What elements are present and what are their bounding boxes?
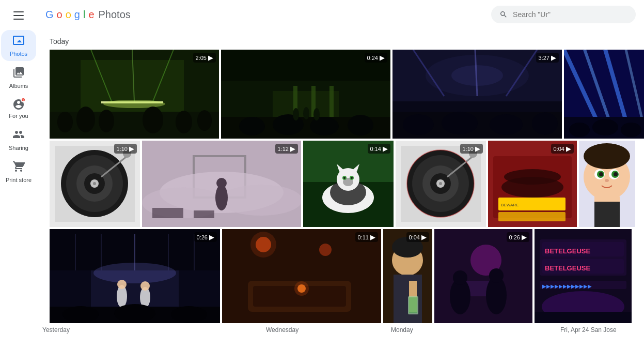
svg-point-82 [351,177,353,179]
duration-text: 0:04 [554,146,564,152]
video-duration-badge: 1:10 ▶ [460,144,483,154]
svg-point-110 [605,179,609,182]
svg-point-37 [403,114,434,135]
video-duration-badge: 0:24 ▶ [365,53,387,63]
search-input[interactable] [513,10,627,19]
svg-point-48 [569,123,590,137]
svg-point-90 [439,182,442,185]
svg-rect-70 [194,210,214,218]
svg-point-22 [273,114,304,135]
photo-item[interactable]: 0:11 ▶ [222,229,381,323]
svg-text:BETELGEUSE: BETELGEUSE [545,247,590,255]
svg-point-38 [442,112,478,134]
svg-point-6 [76,107,95,132]
duration-text: 1:10 [117,146,128,152]
svg-point-133 [250,232,276,258]
play-icon: ▶ [475,145,480,153]
video-duration-badge: 0:14 ▶ [368,144,390,154]
play-icon: ▶ [380,54,385,62]
photo-content: Today 2:05 ▶ [37,29,644,363]
duration-text: 0:26 [509,234,520,240]
duration-text: 3:27 [539,55,549,61]
photo-item[interactable]: 1:10 ▶ [50,141,140,227]
svg-point-118 [117,280,127,289]
svg-point-81 [343,177,345,179]
svg-point-21 [239,117,265,135]
photo-item[interactable]: 3:27 ▶ [392,50,562,139]
header: Google Photos [37,0,644,29]
photo-row-1: 2:05 ▶ [50,50,632,139]
svg-point-153 [489,268,504,283]
svg-point-40 [532,112,558,135]
svg-point-10 [197,110,212,131]
video-duration-badge: 1:12 ▶ [275,144,298,154]
duration-text: 0:26 [197,234,208,240]
sidebar-item-sharing[interactable]: Sharing [1,124,36,155]
search-box[interactable] [491,6,636,23]
photo-item[interactable]: 2:05 ▶ [50,50,219,139]
svg-point-23 [310,117,339,135]
svg-point-66 [219,185,301,216]
photo-item[interactable]: 0:24 ▶ [221,50,390,139]
sidebar-item-print-store[interactable]: Print store [1,156,36,187]
duration-text: 0:04 [409,234,420,240]
svg-point-9 [176,111,192,133]
photo-item[interactable]: 0:26 ▶ [434,229,532,323]
svg-text:BETELGEUSE: BETELGEUSE [545,264,590,272]
svg-point-7 [99,110,114,132]
svg-rect-19 [329,86,334,122]
video-duration-badge: 0:26 ▶ [194,232,217,242]
logo-photos-text: Photos [99,9,131,21]
svg-point-109 [614,172,618,176]
svg-point-39 [490,114,523,135]
svg-point-129 [171,306,207,323]
svg-point-24 [348,115,373,135]
sidebar-item-photos[interactable]: Photos [1,30,36,61]
photo-item[interactable]: 0:14 ▶ [303,141,394,227]
svg-point-103 [584,143,630,169]
sidebar-photos-label: Photos [10,51,27,57]
hamburger-menu[interactable] [8,5,29,26]
album-icon [12,66,25,82]
svg-point-68 [216,178,227,188]
video-duration-badge: 0:04 ▶ [551,144,574,154]
photo-item[interactable] [564,50,644,139]
svg-point-120 [140,281,150,291]
play-icon: ▶ [566,145,571,153]
logo-g: G [45,9,54,21]
logo-o1: o [57,9,62,21]
video-duration-badge: 0:11 ▶ [355,232,378,242]
photo-item[interactable]: 0:04 ▶ [383,229,432,323]
photo-item[interactable]: 1:12 ▶ [142,141,301,227]
svg-point-8 [143,107,163,133]
svg-rect-100 [498,212,566,221]
date-label-fri-apr24: Fri, Apr 24 San Jose [560,326,617,334]
play-icon: ▶ [370,233,375,241]
photo-item[interactable]: 0:04 ▶ BEWARE [488,141,577,227]
photo-item[interactable]: 0:26 ▶ [50,229,220,323]
photo-item[interactable]: BETELGEUSE BETELGEUSE ▶▶▶▶▶▶▶▶▶▶▶▶ [535,229,632,323]
video-duration-badge: 1:10 ▶ [114,144,137,154]
today-section-title: Today [50,37,632,46]
svg-point-58 [93,182,96,185]
duration-text: 2:05 [196,55,207,61]
video-duration-badge: 3:27 ▶ [536,53,559,63]
sidebar-print-store-label: Print store [6,177,32,183]
play-icon: ▶ [208,54,213,62]
svg-point-49 [592,119,618,135]
duration-text: 1:10 [463,146,474,152]
video-duration-badge: 0:26 ▶ [507,232,529,242]
svg-rect-112 [594,196,620,202]
svg-rect-111 [594,198,620,227]
logo-l: l [83,9,85,21]
notification-dot: 1 [21,97,26,102]
date-label-yesterday: Yesterday [42,326,70,334]
logo: Google Photos [45,9,131,21]
sidebar-item-for-you[interactable]: 1 For you [1,94,36,123]
sidebar-item-albums[interactable]: Albums [1,62,36,93]
photo-item[interactable] [579,141,635,227]
photo-item[interactable]: 1:10 ▶ [396,141,486,227]
duration-text: 0:11 [358,234,369,240]
play-icon: ▶ [421,233,427,241]
print-store-icon [12,160,25,176]
